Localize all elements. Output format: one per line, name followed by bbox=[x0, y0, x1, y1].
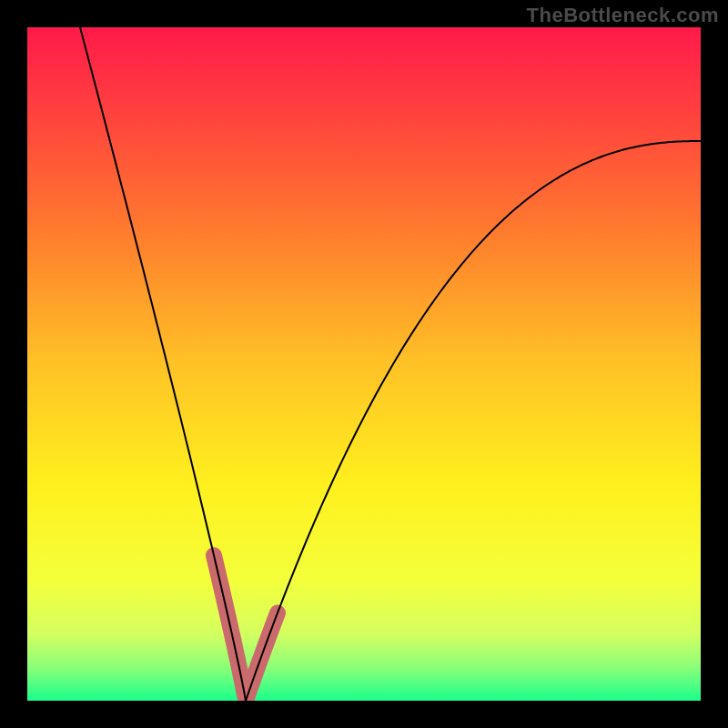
watermark-text: TheBottleneck.com bbox=[527, 4, 719, 27]
outer-frame: TheBottleneck.com bbox=[0, 0, 728, 728]
gradient-background bbox=[27, 27, 701, 701]
chart-canvas bbox=[0, 0, 728, 728]
